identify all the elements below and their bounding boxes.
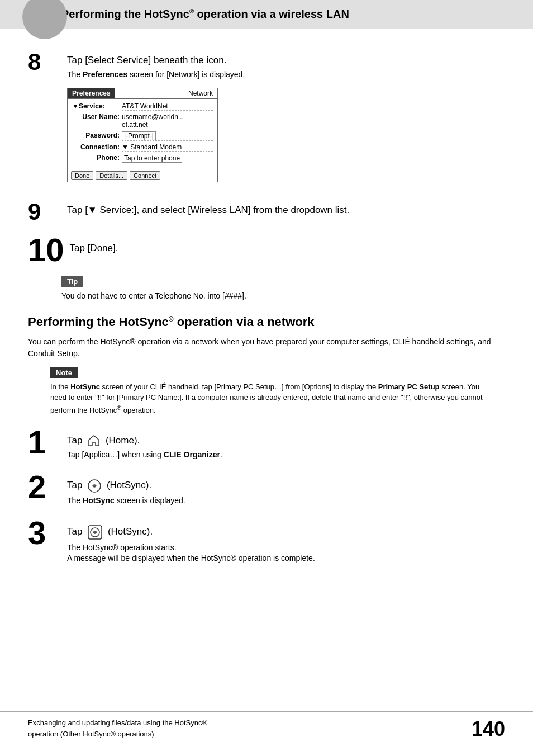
step-9-content: Tap [▼ Service:], and select [Wireless L… [67, 200, 505, 219]
step-8-sub: The Preferences screen for [Network] is … [67, 69, 505, 81]
step-1b-main: Tap (Home). [67, 434, 505, 448]
footer-page-number: 140 [472, 719, 505, 739]
note-label: Note [50, 367, 78, 378]
main-content: 8 Tap [Select Service] beneath the icon.… [0, 29, 533, 585]
prefs-connection-value: ▼ Standard Modem [122, 143, 213, 152]
step-10-content: Tap [Done]. [70, 234, 505, 257]
step-1b-main-text: Tap [67, 435, 82, 446]
tip-box: Tip You do not have to enter a Telephone… [61, 276, 505, 302]
step-1b-bold: CLIE Organizer [164, 450, 220, 459]
prefs-username-label: User Name: [72, 113, 120, 121]
header-reg-symbol: ® [189, 8, 194, 15]
step-2b-bold: HotSync [83, 496, 115, 505]
prefs-service-label: ▼ Service: [72, 102, 120, 110]
step-3b-number: 3 [28, 517, 61, 549]
home-icon [87, 434, 101, 447]
prefs-done-btn[interactable]: Done [71, 171, 93, 180]
step-3b-icon-label: (HotSync). [108, 526, 153, 537]
section-intro: You can perform the HotSync® operation v… [28, 336, 505, 360]
prefs-phone-box: Tap to enter phone [122, 154, 182, 163]
step-3b-main: Tap (HotSync). [67, 525, 505, 540]
step-8-number: 8 [28, 50, 61, 74]
step-2b-sub: The HotSync screen is displayed. [67, 495, 505, 507]
step-10-main: Tap [Done]. [70, 242, 505, 255]
prefs-username-row: User Name: username@worldn... et.att.net [72, 113, 213, 129]
step-1b-sub: Tap [Applica…] when using CLIE Organizer… [67, 450, 505, 461]
step-2b-icon-label: (HotSync). [107, 480, 151, 490]
step-1b-icon-label: (Home). [106, 435, 140, 446]
step-8: 8 Tap [Select Service] beneath the icon.… [28, 50, 505, 190]
step-9-number: 9 [28, 200, 61, 224]
step-1b: 1 Tap (Home). Tap [Applica…] when using … [28, 426, 505, 461]
prefs-header-label: Preferences [68, 88, 115, 98]
note-text: In the HotSync screen of your CLIÉ handh… [50, 381, 483, 416]
footer-left: Exchanging and updating files/data using… [28, 717, 207, 739]
prefs-header-network: Network [115, 88, 217, 98]
step-3b-sub1: The HotSync® operation starts. [67, 542, 505, 554]
prefs-username-line1: username@worldn... [122, 113, 213, 121]
step-9: 9 Tap [▼ Service:], and select [Wireless… [28, 200, 505, 224]
prefs-screen: Preferences Network ▼ Service: AT&T Worl… [67, 88, 218, 182]
step-1b-number: 1 [28, 426, 61, 459]
step-2b-main-text: Tap [67, 480, 82, 490]
step-8-main: Tap [Select Service] beneath the icon. [67, 54, 505, 67]
tip-label: Tip [61, 276, 83, 287]
prefs-password-box: |-Prompt-| [122, 131, 156, 140]
step-2b-number: 2 [28, 471, 61, 503]
prefs-details-btn[interactable]: Details... [96, 171, 127, 180]
section-title-rest: operation via a network [174, 315, 315, 329]
section-reg-symbol: ® [169, 315, 174, 323]
prefs-password-value: |-Prompt-| [122, 131, 213, 141]
step-8-content: Tap [Select Service] beneath the icon. T… [67, 50, 505, 190]
prefs-password-row: Password: |-Prompt-| [72, 131, 213, 141]
note-box: Note In the HotSync screen of your CLIÉ … [50, 367, 483, 416]
prefs-body: ▼ Service: AT&T WorldNet User Name: user… [68, 99, 217, 169]
header-banner: Performing the HotSync® operation via a … [0, 0, 533, 29]
prefs-username-line2: et.att.net [122, 121, 213, 129]
note-hotsync-bold: HotSync [70, 382, 100, 391]
step-2b-main: Tap (HotSync). [67, 479, 505, 493]
prefs-phone-label: Phone: [72, 154, 120, 162]
step-10-number: 10 [28, 234, 64, 266]
prefs-header: Preferences Network [68, 88, 217, 99]
section-heading: Performing the HotSync® operation via a … [28, 314, 505, 330]
header-title-text: Performing the HotSync [61, 8, 189, 20]
prefs-service-value: AT&T WorldNet [122, 102, 213, 111]
prefs-connect-btn[interactable]: Connect [130, 171, 160, 180]
step-9-main: Tap [▼ Service:], and select [Wireless L… [67, 204, 505, 217]
step-3b-sub2: A message will be displayed when the Hot… [67, 553, 505, 564]
note-primary-bold: Primary PC Setup [378, 382, 440, 391]
header-title: Performing the HotSync® operation via a … [61, 8, 349, 20]
prefs-password-label: Password: [72, 131, 120, 139]
prefs-dropdown-arrow: ▼ Service: [72, 102, 120, 110]
footer-line1: Exchanging and updating files/data using… [28, 717, 207, 729]
prefs-service-label-text: Service: [79, 102, 105, 110]
header-title-rest: operation via a wireless LAN [194, 8, 349, 20]
page-footer: Exchanging and updating files/data using… [0, 711, 533, 745]
prefs-username-value: username@worldn... et.att.net [122, 113, 213, 129]
step-3b-content: Tap (HotSync). The HotSync® operation st… [67, 517, 505, 564]
prefs-bold: Preferences [83, 70, 127, 79]
prefs-footer: Done Details... Connect [68, 169, 217, 182]
footer-line2: operation (Other HotSync® operations) [28, 729, 207, 740]
step-3b-main-text: Tap [67, 526, 82, 537]
prefs-phone-value: Tap to enter phone [122, 154, 213, 163]
page-container: Performing the HotSync® operation via a … [0, 0, 533, 756]
prefs-connection-label: Connection: [72, 143, 120, 151]
step-3b: 3 Tap (HotSync). The HotSync® operation … [28, 517, 505, 564]
hotsync-box-icon [87, 525, 103, 540]
step-2b: 2 Tap (HotSync). The HotSync screen is d… [28, 471, 505, 507]
section-title-text: Performing the HotSync [28, 315, 169, 329]
prefs-connection-row: Connection: ▼ Standard Modem [72, 143, 213, 152]
step-1b-content: Tap (Home). Tap [Applica…] when using CL… [67, 426, 505, 461]
prefs-phone-row: Phone: Tap to enter phone [72, 154, 213, 163]
hotsync-circle-icon [87, 479, 102, 493]
prefs-service-row: ▼ Service: AT&T WorldNet [72, 102, 213, 111]
tip-text: You do not have to enter a Telephone No.… [61, 290, 505, 302]
step-2b-content: Tap (HotSync). The HotSync screen is dis… [67, 471, 505, 507]
step-10: 10 Tap [Done]. [28, 234, 505, 266]
